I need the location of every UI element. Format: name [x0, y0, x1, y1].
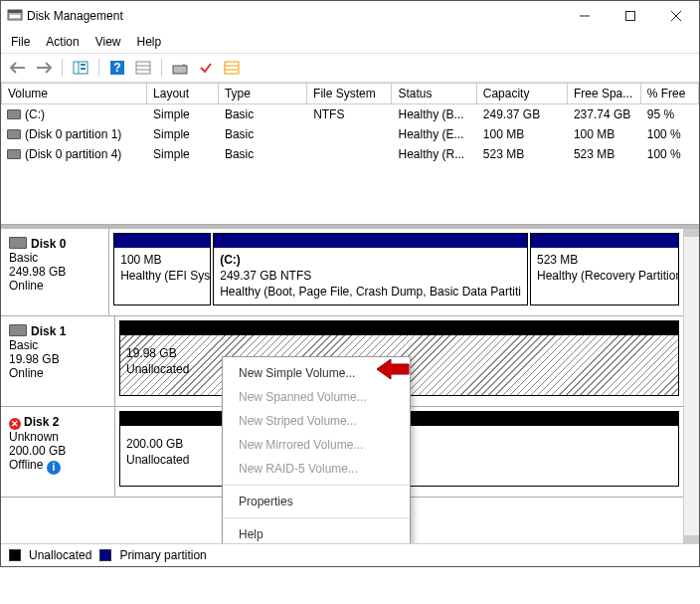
disk-map: Disk 0 Basic 249.98 GB Online 100 MBHeal… — [1, 225, 699, 543]
svg-rect-2 — [10, 15, 20, 18]
disk-name: Disk 0 — [31, 237, 66, 251]
partition[interactable]: 100 MBHealthy (EFI Syster — [113, 233, 211, 305]
partition[interactable]: (C:)249.37 GB NTFSHealthy (Boot, Page Fi… — [213, 233, 528, 305]
disk-icon — [9, 237, 27, 249]
help-button[interactable]: ? — [106, 57, 128, 79]
error-icon: ✕ — [9, 418, 21, 430]
disk-state: Offline — [9, 458, 43, 472]
partition-bar — [120, 321, 678, 335]
table-row[interactable]: (Disk 0 partition 1) Simple Basic Health… — [1, 124, 699, 144]
scroll-down-button[interactable] — [684, 535, 699, 543]
partition-bar — [214, 234, 527, 248]
legend-swatch-primary — [99, 549, 111, 561]
cell-type: Basic — [219, 125, 307, 143]
col-percent-free[interactable]: % Free — [641, 83, 699, 104]
disk-name: Disk 1 — [31, 324, 66, 338]
disk-row: Disk 0 Basic 249.98 GB Online 100 MBHeal… — [1, 229, 699, 316]
svg-rect-1 — [8, 10, 22, 13]
ctx-help[interactable]: Help — [223, 522, 410, 543]
disk-state: Online — [9, 366, 106, 380]
disk-state: Online — [9, 279, 100, 293]
list-button[interactable] — [221, 57, 243, 79]
table-row[interactable]: (C:) Simple Basic NTFS Healthy (B... 249… — [1, 104, 699, 124]
disk-type: Unknown — [9, 430, 106, 444]
cell-free: 100 MB — [568, 125, 641, 143]
partition[interactable]: 523 MBHealthy (Recovery Partition — [530, 233, 679, 305]
back-button[interactable] — [7, 57, 29, 79]
partition-title: (C:) — [220, 253, 241, 267]
disk-name: Disk 2 — [24, 415, 59, 429]
partition-bar — [114, 234, 210, 248]
menu-view[interactable]: View — [95, 35, 121, 49]
partition-bar — [531, 234, 678, 248]
col-filesystem[interactable]: File System — [307, 83, 392, 104]
cell-pctfree: 95 % — [641, 105, 699, 123]
disk-icon — [9, 324, 27, 336]
col-layout[interactable]: Layout — [147, 83, 219, 104]
svg-rect-13 — [136, 62, 150, 74]
menu-help[interactable]: Help — [137, 35, 162, 49]
svg-rect-4 — [626, 12, 635, 21]
cell-layout: Simple — [147, 125, 219, 143]
cell-pctfree: 100 % — [641, 145, 699, 163]
settings-button[interactable] — [132, 57, 154, 79]
partition-size: 100 MB — [120, 252, 204, 268]
cell-volume: (Disk 0 partition 4) — [25, 147, 121, 161]
col-type[interactable]: Type — [219, 83, 307, 104]
toolbar: ? — [1, 53, 699, 83]
refresh-button[interactable] — [169, 57, 191, 79]
legend: Unallocated Primary partition — [1, 543, 699, 566]
cell-capacity: 523 MB — [477, 145, 568, 163]
scrollbar-vertical[interactable] — [683, 229, 699, 543]
ctx-properties[interactable]: Properties — [223, 490, 410, 513]
cell-volume: (C:) — [25, 107, 45, 121]
cell-capacity: 100 MB — [477, 125, 568, 143]
col-capacity[interactable]: Capacity — [477, 83, 568, 104]
show-hide-tree-button[interactable] — [70, 57, 91, 79]
menu-action[interactable]: Action — [46, 35, 79, 49]
cell-type: Basic — [219, 105, 307, 123]
info-icon[interactable]: i — [47, 461, 61, 475]
disk-label[interactable]: ✕Disk 2 Unknown 200.00 GB Offline i — [1, 407, 115, 497]
commit-button[interactable] — [195, 57, 217, 79]
menu-file[interactable]: File — [11, 35, 30, 49]
cell-layout: Simple — [147, 145, 219, 163]
disk-size: 19.98 GB — [9, 352, 106, 366]
cell-fs — [307, 125, 392, 143]
partition-size: 523 MB — [537, 252, 672, 268]
drive-icon — [7, 109, 21, 119]
volume-list-header: Volume Layout Type File System Status Ca… — [1, 83, 699, 104]
col-status[interactable]: Status — [392, 83, 476, 104]
cell-fs — [307, 145, 392, 163]
drive-icon — [7, 149, 21, 159]
ctx-new-raid5-volume: New RAID-5 Volume... — [223, 457, 410, 481]
disk-type: Basic — [9, 338, 106, 352]
minimize-button[interactable] — [562, 1, 608, 31]
col-volume[interactable]: Volume — [1, 83, 147, 104]
svg-rect-16 — [173, 66, 187, 74]
disk-size: 200.00 GB — [9, 444, 106, 458]
svg-rect-9 — [81, 64, 86, 66]
maximize-button[interactable] — [608, 1, 653, 31]
forward-button[interactable] — [33, 57, 55, 79]
cell-free: 523 MB — [568, 145, 641, 163]
disk-type: Basic — [9, 251, 100, 265]
svg-text:?: ? — [113, 61, 120, 75]
partition-status: Healthy (Boot, Page File, Crash Dump, Ba… — [220, 284, 521, 300]
col-free-space[interactable]: Free Spa... — [568, 83, 641, 104]
disk-label[interactable]: Disk 0 Basic 249.98 GB Online — [1, 229, 109, 315]
disk-label[interactable]: Disk 1 Basic 19.98 GB Online — [1, 316, 115, 406]
table-row[interactable]: (Disk 0 partition 4) Simple Basic Health… — [1, 144, 699, 164]
app-icon — [7, 7, 23, 26]
cell-capacity: 249.37 GB — [477, 105, 568, 123]
cell-volume: (Disk 0 partition 1) — [25, 127, 121, 141]
drive-icon — [7, 129, 21, 139]
volume-list: Volume Layout Type File System Status Ca… — [1, 83, 699, 225]
close-button[interactable] — [653, 1, 699, 31]
cell-pctfree: 100 % — [641, 125, 699, 143]
legend-swatch-unallocated — [9, 549, 21, 561]
scroll-up-button[interactable] — [684, 229, 699, 237]
cell-layout: Simple — [147, 105, 219, 123]
titlebar: Disk Management — [1, 1, 699, 31]
cell-status: Healthy (B... — [392, 105, 476, 123]
